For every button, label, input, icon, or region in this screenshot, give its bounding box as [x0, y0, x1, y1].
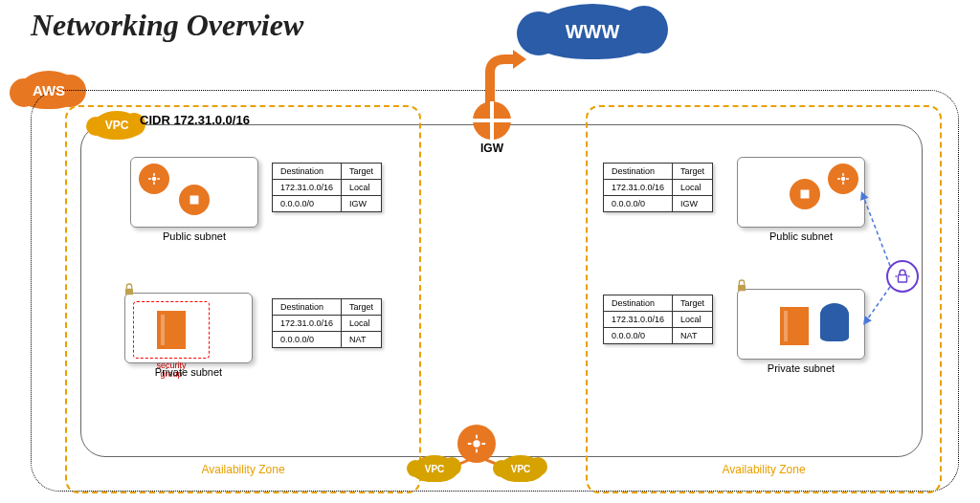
igw-label: IGW [480, 142, 503, 155]
internet-gateway-icon: IGW [473, 101, 511, 140]
peer-vpc-a-label: VPC [425, 464, 445, 474]
network-acl-icon [886, 260, 919, 293]
peer-vpc-b-icon: VPC [498, 455, 544, 482]
arrow-to-www-icon [469, 46, 526, 107]
svg-line-7 [861, 191, 890, 266]
peer-vpc-b-label: VPC [511, 464, 531, 474]
aws-label: AWS [33, 82, 65, 98]
vpc-router-icon [457, 425, 496, 463]
vpc-cidr: CIDR 172.31.0.0/16 [140, 113, 250, 127]
vpc-cloud-icon: VPC [92, 111, 142, 140]
peer-vpc-a-icon: VPC [412, 455, 457, 482]
svg-line-8 [863, 287, 890, 325]
svg-point-13 [473, 440, 479, 447]
vpc-label: VPC [105, 119, 129, 132]
svg-rect-6 [899, 275, 907, 283]
